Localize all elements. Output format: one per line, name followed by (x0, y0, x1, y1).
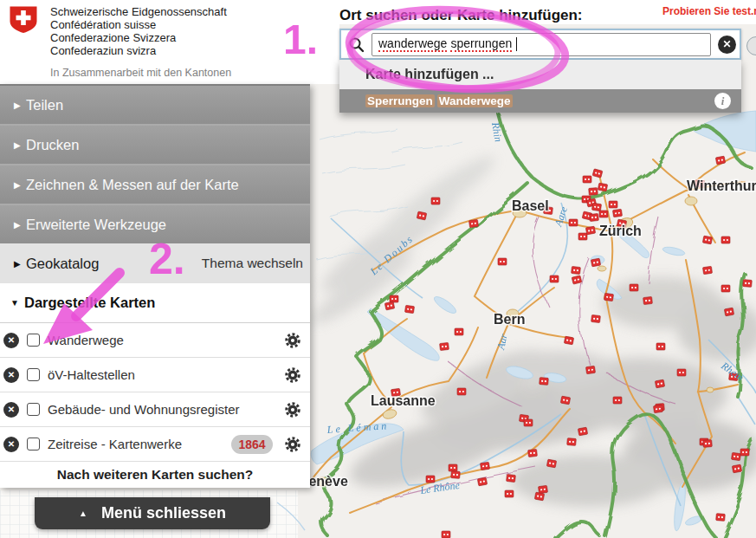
closure-marker (721, 237, 730, 243)
gear-icon[interactable] (285, 333, 300, 348)
closure-marker (609, 201, 617, 208)
chevron-right-icon: ▶ (0, 180, 26, 190)
closure-marker (630, 284, 638, 291)
closure-marker (653, 405, 662, 412)
info-icon[interactable]: i (714, 93, 731, 109)
displayed-maps-header[interactable]: ▼ Dargestellte Karten (0, 283, 310, 323)
closure-marker (451, 471, 461, 479)
remove-layer-icon[interactable]: ✕ (3, 367, 19, 383)
sidebar-item-teilen[interactable]: ▶ Teilen (0, 84, 310, 124)
closure-marker (591, 258, 600, 267)
closure-marker (538, 485, 547, 493)
closure-marker (507, 474, 516, 482)
search-input[interactable]: wanderwege sperrungen (372, 33, 711, 56)
closure-marker (390, 295, 398, 302)
chevron-down-icon: ▼ (0, 298, 24, 308)
closure-marker (702, 236, 712, 244)
result-word: Wanderwege (437, 94, 513, 107)
sidebar-item-label: Teilen (26, 97, 63, 113)
closure-marker (564, 336, 573, 345)
city-label: Winterthur (687, 178, 756, 193)
sidebar-item-zeichnen[interactable]: ▶ Zeichnen & Messen auf der Karte (0, 164, 310, 204)
closure-marker (524, 419, 533, 426)
search-word: wanderwege (378, 36, 447, 52)
gear-icon[interactable] (285, 437, 300, 452)
logo-subline: In Zusammenarbeit mit den Kantonen (50, 67, 231, 79)
closure-marker (384, 301, 394, 310)
city-label: Lausanne (371, 393, 436, 408)
closure-marker (455, 328, 463, 335)
search-icon (348, 36, 365, 53)
closure-marker (505, 490, 514, 497)
closure-marker (578, 233, 587, 240)
closure-marker (457, 388, 466, 395)
closure-marker (498, 258, 507, 265)
closure-marker (468, 219, 478, 227)
sidebar-item-label: Drucken (26, 137, 79, 153)
chevron-right-icon: ▶ (0, 259, 26, 269)
layer-row-zeitreise: ✕ Zeitreise - Kartenwerke 1864 (0, 427, 310, 462)
text-caret (516, 37, 517, 51)
theme-switch-link[interactable]: Thema wechseln (202, 256, 303, 271)
remove-layer-icon[interactable]: ✕ (3, 437, 19, 452)
layer-checkbox[interactable] (27, 438, 40, 450)
closure-marker (604, 293, 613, 301)
more-maps-link[interactable]: Nach weiteren Karten suchen? (0, 462, 310, 488)
closure-marker (702, 266, 712, 274)
closure-marker (569, 219, 578, 226)
closure-marker (585, 226, 595, 235)
sidebar-item-werkzeuge[interactable]: ▶ Erweiterte Werkzeuge (0, 204, 310, 243)
layer-row-wanderwege: ✕ Wanderwege (0, 323, 310, 358)
logo-line: Confederazione Svizzera (50, 31, 227, 44)
closure-marker (440, 342, 449, 350)
closure-marker (417, 211, 426, 220)
layer-checkbox[interactable] (27, 334, 40, 347)
remove-layer-icon[interactable]: ✕ (3, 333, 19, 348)
closure-marker (732, 464, 741, 473)
gear-icon[interactable] (285, 367, 300, 383)
closure-marker (656, 343, 665, 350)
close-menu-button[interactable]: ▲ Menü schliessen (35, 497, 270, 529)
layer-checkbox[interactable] (27, 368, 40, 381)
closure-marker (534, 492, 544, 501)
displayed-maps-label: Dargestellte Karten (24, 295, 155, 311)
closure-marker (431, 198, 440, 204)
layer-label: Gebäude- und Wohnungsregister (48, 402, 240, 417)
closure-marker (591, 203, 601, 211)
dropdown-item-result[interactable]: Sperrungen Wanderwege i (339, 89, 741, 113)
clear-search-button[interactable]: ✕ (718, 36, 736, 54)
swiss-coat-of-arms-logo (9, 5, 38, 33)
closure-marker (721, 285, 730, 292)
closure-marker (477, 477, 487, 486)
city-label: Zürich (599, 224, 642, 238)
sidebar-item-label: Zeichnen & Messen auf der Karte (26, 177, 239, 193)
close-menu-label: Menü schliessen (101, 504, 226, 522)
closure-marker (613, 397, 622, 404)
search-box: wanderwege sperrungen ✕ (339, 29, 741, 60)
closure-marker (716, 514, 726, 522)
dropdown-item-add-map[interactable]: Karte hinzufügen ... (339, 60, 741, 89)
closure-marker (598, 183, 607, 191)
gear-icon[interactable] (285, 402, 300, 418)
sidebar-item-geokatalog[interactable]: ▶ Geokatalog Thema wechseln (0, 243, 310, 283)
closure-marker (560, 396, 570, 405)
sidebar-item-drucken[interactable]: ▶ Drucken (0, 124, 310, 164)
remove-layer-icon[interactable]: ✕ (3, 402, 19, 418)
closure-marker (442, 531, 450, 538)
search-label: Ort suchen oder Karte hinzufügen: (339, 7, 583, 24)
closure-marker (743, 280, 753, 288)
promo-link[interactable]: Probieren Sie test.map (662, 5, 756, 17)
chevron-up-icon: ▲ (79, 509, 87, 518)
logo-line: Schweizerische Eidgenossenschaft (50, 5, 227, 18)
closure-marker (404, 305, 414, 313)
sidebar-item-label: Erweiterte Werkzeuge (26, 217, 166, 233)
closure-marker (480, 462, 489, 470)
closure-marker (655, 379, 664, 388)
chevron-right-icon: ▶ (0, 100, 26, 110)
layer-checkbox[interactable] (27, 403, 40, 416)
closure-marker (578, 427, 587, 436)
closure-marker (546, 459, 556, 468)
closure-marker (703, 440, 713, 448)
closure-marker (590, 213, 599, 221)
closure-marker (591, 314, 601, 322)
